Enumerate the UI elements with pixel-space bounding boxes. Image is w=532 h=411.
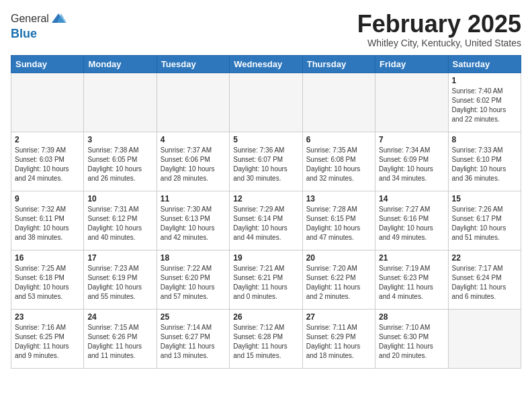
weekday-header: Wednesday [230, 55, 302, 73]
day-info: Sunrise: 7:17 AM Sunset: 6:24 PM Dayligh… [452, 264, 517, 302]
calendar-cell: 9Sunrise: 7:32 AM Sunset: 6:11 PM Daylig… [11, 191, 84, 250]
day-number: 2 [15, 135, 80, 144]
day-info: Sunrise: 7:29 AM Sunset: 6:14 PM Dayligh… [233, 205, 298, 242]
day-number: 18 [161, 253, 226, 263]
day-info: Sunrise: 7:34 AM Sunset: 6:09 PM Dayligh… [379, 146, 444, 183]
day-number: 22 [452, 253, 517, 263]
day-number: 28 [379, 312, 444, 322]
day-info: Sunrise: 7:15 AM Sunset: 6:26 PM Dayligh… [87, 323, 152, 361]
day-number: 1 [452, 76, 517, 85]
day-number: 6 [306, 135, 371, 144]
title-area: February 2025 Whitley City, Kentucky, Un… [357, 11, 521, 48]
calendar-cell: 17Sunrise: 7:23 AM Sunset: 6:19 PM Dayli… [84, 250, 157, 309]
day-info: Sunrise: 7:35 AM Sunset: 6:08 PM Dayligh… [306, 146, 371, 183]
day-info: Sunrise: 7:30 AM Sunset: 6:13 PM Dayligh… [161, 205, 226, 242]
calendar-week-row: 2Sunrise: 7:39 AM Sunset: 6:03 PM Daylig… [11, 132, 521, 191]
calendar-week-row: 1Sunrise: 7:40 AM Sunset: 6:02 PM Daylig… [11, 73, 521, 132]
calendar-cell [230, 73, 302, 132]
calendar-cell: 8Sunrise: 7:33 AM Sunset: 6:10 PM Daylig… [448, 132, 521, 191]
day-info: Sunrise: 7:20 AM Sunset: 6:22 PM Dayligh… [306, 264, 371, 302]
calendar-cell [448, 309, 521, 368]
weekday-header: Monday [84, 55, 157, 73]
day-info: Sunrise: 7:11 AM Sunset: 6:29 PM Dayligh… [306, 323, 371, 361]
weekday-header: Friday [375, 55, 448, 73]
day-number: 27 [306, 312, 371, 322]
day-number: 11 [161, 194, 226, 203]
calendar-cell [302, 73, 375, 132]
day-number: 24 [87, 312, 152, 322]
weekday-header: Tuesday [157, 55, 229, 73]
day-info: Sunrise: 7:19 AM Sunset: 6:23 PM Dayligh… [379, 264, 444, 302]
calendar-cell: 26Sunrise: 7:12 AM Sunset: 6:28 PM Dayli… [230, 309, 302, 368]
calendar-cell: 6Sunrise: 7:35 AM Sunset: 6:08 PM Daylig… [302, 132, 375, 191]
calendar-cell: 21Sunrise: 7:19 AM Sunset: 6:23 PM Dayli… [375, 250, 448, 309]
day-info: Sunrise: 7:23 AM Sunset: 6:19 PM Dayligh… [87, 264, 152, 302]
day-number: 14 [379, 194, 444, 203]
day-number: 10 [87, 194, 152, 203]
calendar-cell [11, 73, 84, 132]
weekday-header: Sunday [11, 55, 84, 73]
day-number: 21 [379, 253, 444, 263]
calendar-cell: 23Sunrise: 7:16 AM Sunset: 6:25 PM Dayli… [11, 309, 84, 368]
calendar-cell: 19Sunrise: 7:21 AM Sunset: 6:21 PM Dayli… [230, 250, 302, 309]
day-info: Sunrise: 7:16 AM Sunset: 6:25 PM Dayligh… [15, 323, 80, 361]
calendar-cell: 14Sunrise: 7:27 AM Sunset: 6:16 PM Dayli… [375, 191, 448, 250]
calendar-cell: 4Sunrise: 7:37 AM Sunset: 6:06 PM Daylig… [157, 132, 229, 191]
day-number: 15 [452, 194, 517, 203]
calendar-cell: 16Sunrise: 7:25 AM Sunset: 6:18 PM Dayli… [11, 250, 84, 309]
day-info: Sunrise: 7:36 AM Sunset: 6:07 PM Dayligh… [233, 146, 298, 183]
day-number: 3 [87, 135, 152, 144]
day-info: Sunrise: 7:26 AM Sunset: 6:17 PM Dayligh… [452, 205, 517, 242]
calendar-cell [84, 73, 157, 132]
month-title: February 2025 [357, 11, 521, 38]
day-number: 16 [15, 253, 80, 263]
calendar: SundayMondayTuesdayWednesdayThursdayFrid… [11, 55, 521, 369]
day-number: 25 [161, 312, 226, 322]
calendar-cell: 13Sunrise: 7:28 AM Sunset: 6:15 PM Dayli… [302, 191, 375, 250]
day-number: 26 [233, 312, 298, 322]
calendar-cell: 1Sunrise: 7:40 AM Sunset: 6:02 PM Daylig… [448, 73, 521, 132]
day-info: Sunrise: 7:32 AM Sunset: 6:11 PM Dayligh… [15, 205, 80, 242]
logo-icon [50, 11, 66, 27]
day-info: Sunrise: 7:31 AM Sunset: 6:12 PM Dayligh… [87, 205, 152, 242]
location: Whitley City, Kentucky, United States [357, 38, 521, 48]
day-info: Sunrise: 7:21 AM Sunset: 6:21 PM Dayligh… [233, 264, 298, 302]
calendar-cell [375, 73, 448, 132]
calendar-week-row: 16Sunrise: 7:25 AM Sunset: 6:18 PM Dayli… [11, 250, 521, 309]
day-number: 5 [233, 135, 298, 144]
day-number: 23 [15, 312, 80, 322]
day-info: Sunrise: 7:38 AM Sunset: 6:05 PM Dayligh… [87, 146, 152, 183]
calendar-cell: 18Sunrise: 7:22 AM Sunset: 6:20 PM Dayli… [157, 250, 229, 309]
logo: General Blue [11, 11, 66, 41]
calendar-cell: 28Sunrise: 7:10 AM Sunset: 6:30 PM Dayli… [375, 309, 448, 368]
day-info: Sunrise: 7:25 AM Sunset: 6:18 PM Dayligh… [15, 264, 80, 302]
day-info: Sunrise: 7:37 AM Sunset: 6:06 PM Dayligh… [161, 146, 226, 183]
day-number: 4 [161, 135, 226, 144]
calendar-cell: 11Sunrise: 7:30 AM Sunset: 6:13 PM Dayli… [157, 191, 229, 250]
day-info: Sunrise: 7:39 AM Sunset: 6:03 PM Dayligh… [15, 146, 80, 183]
calendar-cell: 7Sunrise: 7:34 AM Sunset: 6:09 PM Daylig… [375, 132, 448, 191]
day-number: 7 [379, 135, 444, 144]
calendar-cell: 27Sunrise: 7:11 AM Sunset: 6:29 PM Dayli… [302, 309, 375, 368]
day-info: Sunrise: 7:28 AM Sunset: 6:15 PM Dayligh… [306, 205, 371, 242]
calendar-cell: 24Sunrise: 7:15 AM Sunset: 6:26 PM Dayli… [84, 309, 157, 368]
day-number: 20 [306, 253, 371, 263]
logo-blue: Blue [11, 27, 66, 41]
day-number: 12 [233, 194, 298, 203]
day-number: 19 [233, 253, 298, 263]
day-info: Sunrise: 7:33 AM Sunset: 6:10 PM Dayligh… [452, 146, 517, 183]
calendar-cell: 3Sunrise: 7:38 AM Sunset: 6:05 PM Daylig… [84, 132, 157, 191]
day-number: 13 [306, 194, 371, 203]
day-info: Sunrise: 7:22 AM Sunset: 6:20 PM Dayligh… [161, 264, 226, 302]
calendar-cell [157, 73, 229, 132]
calendar-cell: 15Sunrise: 7:26 AM Sunset: 6:17 PM Dayli… [448, 191, 521, 250]
calendar-cell: 22Sunrise: 7:17 AM Sunset: 6:24 PM Dayli… [448, 250, 521, 309]
logo-general: General [11, 13, 49, 25]
day-number: 9 [15, 194, 80, 203]
day-info: Sunrise: 7:10 AM Sunset: 6:30 PM Dayligh… [379, 323, 444, 361]
calendar-cell: 2Sunrise: 7:39 AM Sunset: 6:03 PM Daylig… [11, 132, 84, 191]
calendar-week-row: 23Sunrise: 7:16 AM Sunset: 6:25 PM Dayli… [11, 309, 521, 368]
page-header: General Blue February 2025 Whitley City,… [11, 11, 521, 48]
calendar-cell: 5Sunrise: 7:36 AM Sunset: 6:07 PM Daylig… [230, 132, 302, 191]
weekday-header-row: SundayMondayTuesdayWednesdayThursdayFrid… [11, 55, 521, 73]
